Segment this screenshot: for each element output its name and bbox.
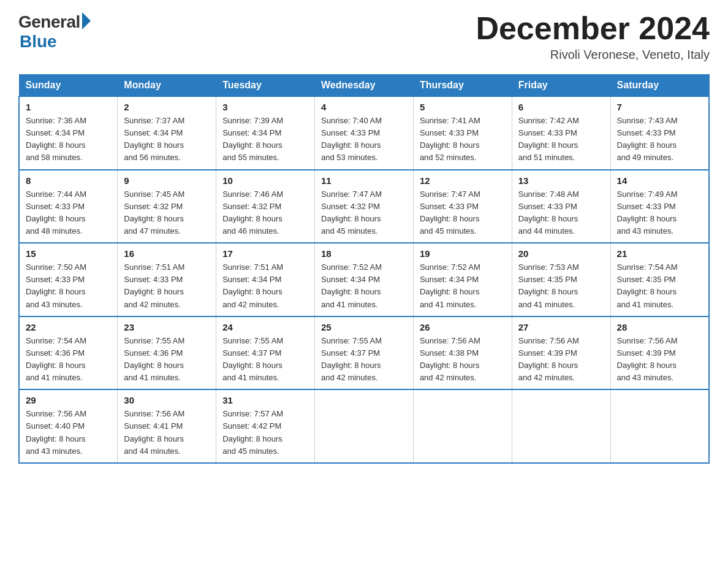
day-number: 19 bbox=[420, 248, 506, 259]
calendar-day-cell: 5Sunrise: 7:41 AMSunset: 4:33 PMDaylight… bbox=[413, 96, 512, 170]
day-info: Sunrise: 7:47 AMSunset: 4:32 PMDaylight:… bbox=[321, 188, 407, 238]
day-info: Sunrise: 7:48 AMSunset: 4:33 PMDaylight:… bbox=[518, 188, 604, 238]
calendar-day-cell: 12Sunrise: 7:47 AMSunset: 4:33 PMDayligh… bbox=[413, 170, 512, 243]
calendar-day-cell: 15Sunrise: 7:50 AMSunset: 4:33 PMDayligh… bbox=[19, 243, 118, 316]
day-info: Sunrise: 7:49 AMSunset: 4:33 PMDaylight:… bbox=[617, 188, 702, 238]
col-saturday: Saturday bbox=[610, 75, 709, 97]
calendar-week-row: 1Sunrise: 7:36 AMSunset: 4:34 PMDaylight… bbox=[19, 96, 709, 170]
day-info: Sunrise: 7:44 AMSunset: 4:33 PMDaylight:… bbox=[26, 188, 111, 238]
day-info: Sunrise: 7:43 AMSunset: 4:33 PMDaylight:… bbox=[617, 115, 702, 164]
day-info: Sunrise: 7:36 AMSunset: 4:34 PMDaylight:… bbox=[26, 115, 111, 164]
month-title: December 2024 bbox=[476, 12, 710, 44]
col-monday: Monday bbox=[118, 75, 216, 97]
header-row: Sunday Monday Tuesday Wednesday Thursday… bbox=[19, 75, 709, 97]
calendar-day-cell: 11Sunrise: 7:47 AMSunset: 4:32 PMDayligh… bbox=[315, 170, 414, 243]
calendar-day-cell: 22Sunrise: 7:54 AMSunset: 4:36 PMDayligh… bbox=[19, 316, 118, 390]
calendar-day-cell: 29Sunrise: 7:56 AMSunset: 4:40 PMDayligh… bbox=[19, 389, 118, 463]
day-number: 20 bbox=[518, 248, 604, 259]
day-number: 16 bbox=[124, 248, 210, 259]
location: Rivoli Veronese, Veneto, Italy bbox=[476, 48, 710, 62]
day-info: Sunrise: 7:52 AMSunset: 4:34 PMDaylight:… bbox=[420, 261, 506, 311]
calendar-day-cell: 9Sunrise: 7:45 AMSunset: 4:32 PMDaylight… bbox=[118, 170, 216, 243]
calendar-day-cell: 30Sunrise: 7:56 AMSunset: 4:41 PMDayligh… bbox=[118, 389, 216, 463]
calendar-day-cell: 28Sunrise: 7:56 AMSunset: 4:39 PMDayligh… bbox=[610, 316, 709, 390]
col-wednesday: Wednesday bbox=[315, 75, 414, 97]
col-sunday: Sunday bbox=[19, 75, 118, 97]
calendar-table: Sunday Monday Tuesday Wednesday Thursday… bbox=[18, 74, 710, 464]
calendar-week-row: 29Sunrise: 7:56 AMSunset: 4:40 PMDayligh… bbox=[19, 389, 709, 463]
day-info: Sunrise: 7:56 AMSunset: 4:41 PMDaylight:… bbox=[124, 408, 210, 458]
calendar-day-cell: 26Sunrise: 7:56 AMSunset: 4:38 PMDayligh… bbox=[413, 316, 512, 390]
day-number: 5 bbox=[420, 102, 506, 112]
day-info: Sunrise: 7:56 AMSunset: 4:39 PMDaylight:… bbox=[518, 335, 604, 385]
day-number: 18 bbox=[321, 248, 407, 259]
day-number: 6 bbox=[518, 102, 604, 112]
day-info: Sunrise: 7:57 AMSunset: 4:42 PMDaylight:… bbox=[222, 408, 308, 458]
day-number: 13 bbox=[518, 175, 604, 186]
day-number: 1 bbox=[26, 102, 111, 112]
page-header: General Blue December 2024 Rivoli Verone… bbox=[18, 12, 710, 62]
calendar-week-row: 15Sunrise: 7:50 AMSunset: 4:33 PMDayligh… bbox=[19, 243, 709, 316]
calendar-day-cell: 23Sunrise: 7:55 AMSunset: 4:36 PMDayligh… bbox=[118, 316, 216, 390]
calendar-day-cell: 4Sunrise: 7:40 AMSunset: 4:33 PMDaylight… bbox=[315, 96, 414, 170]
day-number: 7 bbox=[617, 102, 702, 112]
day-info: Sunrise: 7:46 AMSunset: 4:32 PMDaylight:… bbox=[222, 188, 308, 238]
calendar-week-row: 8Sunrise: 7:44 AMSunset: 4:33 PMDaylight… bbox=[19, 170, 709, 243]
calendar-day-cell: 19Sunrise: 7:52 AMSunset: 4:34 PMDayligh… bbox=[413, 243, 512, 316]
calendar-day-cell: 27Sunrise: 7:56 AMSunset: 4:39 PMDayligh… bbox=[512, 316, 610, 390]
calendar-day-cell bbox=[512, 389, 610, 463]
calendar-day-cell bbox=[610, 389, 709, 463]
calendar-day-cell: 7Sunrise: 7:43 AMSunset: 4:33 PMDaylight… bbox=[610, 96, 709, 170]
day-number: 11 bbox=[321, 175, 407, 186]
day-info: Sunrise: 7:52 AMSunset: 4:34 PMDaylight:… bbox=[321, 261, 407, 311]
day-number: 4 bbox=[321, 102, 407, 112]
day-info: Sunrise: 7:42 AMSunset: 4:33 PMDaylight:… bbox=[518, 115, 604, 164]
day-number: 9 bbox=[124, 175, 210, 186]
calendar-day-cell: 16Sunrise: 7:51 AMSunset: 4:33 PMDayligh… bbox=[118, 243, 216, 316]
day-number: 29 bbox=[26, 395, 111, 405]
calendar-day-cell bbox=[413, 389, 512, 463]
day-number: 3 bbox=[222, 102, 308, 112]
day-info: Sunrise: 7:54 AMSunset: 4:35 PMDaylight:… bbox=[617, 261, 702, 311]
col-friday: Friday bbox=[512, 75, 610, 97]
day-info: Sunrise: 7:51 AMSunset: 4:33 PMDaylight:… bbox=[124, 261, 210, 311]
day-number: 21 bbox=[617, 248, 702, 259]
day-number: 31 bbox=[222, 395, 308, 405]
calendar-day-cell: 31Sunrise: 7:57 AMSunset: 4:42 PMDayligh… bbox=[216, 389, 315, 463]
calendar-day-cell bbox=[315, 389, 414, 463]
calendar-day-cell: 2Sunrise: 7:37 AMSunset: 4:34 PMDaylight… bbox=[118, 96, 216, 170]
calendar-header: Sunday Monday Tuesday Wednesday Thursday… bbox=[19, 75, 709, 97]
calendar-day-cell: 1Sunrise: 7:36 AMSunset: 4:34 PMDaylight… bbox=[19, 96, 118, 170]
day-info: Sunrise: 7:41 AMSunset: 4:33 PMDaylight:… bbox=[420, 115, 506, 164]
day-number: 22 bbox=[26, 322, 111, 332]
logo-blue-text: Blue bbox=[20, 32, 57, 52]
day-number: 25 bbox=[321, 322, 407, 332]
day-number: 27 bbox=[518, 322, 604, 332]
col-thursday: Thursday bbox=[413, 75, 512, 97]
calendar-body: 1Sunrise: 7:36 AMSunset: 4:34 PMDaylight… bbox=[19, 96, 709, 463]
day-info: Sunrise: 7:55 AMSunset: 4:37 PMDaylight:… bbox=[222, 335, 308, 385]
calendar-day-cell: 10Sunrise: 7:46 AMSunset: 4:32 PMDayligh… bbox=[216, 170, 315, 243]
calendar-day-cell: 3Sunrise: 7:39 AMSunset: 4:34 PMDaylight… bbox=[216, 96, 315, 170]
logo-arrow-icon bbox=[82, 12, 91, 29]
day-number: 15 bbox=[26, 248, 111, 259]
logo-general-text: General bbox=[18, 12, 80, 32]
calendar-day-cell: 14Sunrise: 7:49 AMSunset: 4:33 PMDayligh… bbox=[610, 170, 709, 243]
day-number: 8 bbox=[26, 175, 111, 186]
calendar-day-cell: 21Sunrise: 7:54 AMSunset: 4:35 PMDayligh… bbox=[610, 243, 709, 316]
day-number: 28 bbox=[617, 322, 702, 332]
day-number: 26 bbox=[420, 322, 506, 332]
calendar-day-cell: 24Sunrise: 7:55 AMSunset: 4:37 PMDayligh… bbox=[216, 316, 315, 390]
calendar-day-cell: 18Sunrise: 7:52 AMSunset: 4:34 PMDayligh… bbox=[315, 243, 414, 316]
day-info: Sunrise: 7:51 AMSunset: 4:34 PMDaylight:… bbox=[222, 261, 308, 311]
day-info: Sunrise: 7:54 AMSunset: 4:36 PMDaylight:… bbox=[26, 335, 111, 385]
calendar-day-cell: 25Sunrise: 7:55 AMSunset: 4:37 PMDayligh… bbox=[315, 316, 414, 390]
calendar-day-cell: 8Sunrise: 7:44 AMSunset: 4:33 PMDaylight… bbox=[19, 170, 118, 243]
day-number: 17 bbox=[222, 248, 308, 259]
day-info: Sunrise: 7:56 AMSunset: 4:38 PMDaylight:… bbox=[420, 335, 506, 385]
day-info: Sunrise: 7:47 AMSunset: 4:33 PMDaylight:… bbox=[420, 188, 506, 238]
day-info: Sunrise: 7:55 AMSunset: 4:36 PMDaylight:… bbox=[124, 335, 210, 385]
calendar-day-cell: 17Sunrise: 7:51 AMSunset: 4:34 PMDayligh… bbox=[216, 243, 315, 316]
day-info: Sunrise: 7:45 AMSunset: 4:32 PMDaylight:… bbox=[124, 188, 210, 238]
day-info: Sunrise: 7:53 AMSunset: 4:35 PMDaylight:… bbox=[518, 261, 604, 311]
